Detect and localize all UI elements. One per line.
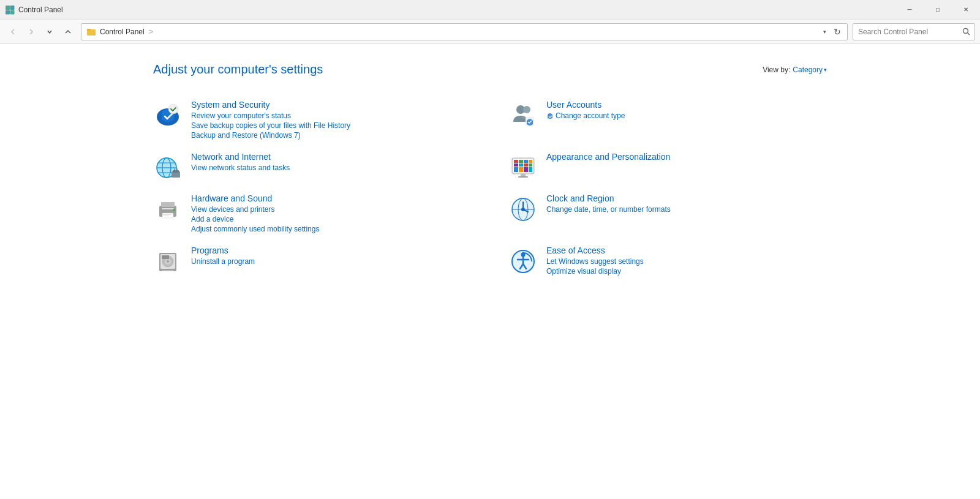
svg-rect-0 <box>6 6 10 10</box>
category-appearance: Appearance and Personalization <box>508 146 827 187</box>
svg-rect-38 <box>521 174 526 176</box>
address-path: Control Panel > <box>100 28 821 36</box>
svg-rect-35 <box>519 167 523 172</box>
svg-rect-27 <box>519 160 523 163</box>
svg-point-11 <box>523 106 530 113</box>
view-devices-link[interactable]: View devices and printers <box>191 205 472 214</box>
toolbar: Control Panel > ▾ ↻ <box>0 20 980 44</box>
hardware-icon <box>153 193 183 223</box>
minimize-button[interactable]: ─ <box>895 0 924 20</box>
maximize-button[interactable]: □ <box>924 0 952 20</box>
search-bar[interactable] <box>853 23 975 40</box>
svg-point-6 <box>963 29 968 34</box>
page-title: Adjust your computer's settings <box>153 62 323 77</box>
add-device-link[interactable]: Add a device <box>191 215 472 223</box>
view-by-dropdown[interactable]: Category ▾ <box>793 66 827 74</box>
category-network: Network and Internet View network status… <box>153 146 472 187</box>
svg-point-58 <box>167 260 169 263</box>
backup-restore-link[interactable]: Backup and Restore (Windows 7) <box>191 131 472 140</box>
svg-rect-42 <box>161 202 175 207</box>
svg-rect-37 <box>529 167 532 172</box>
close-button[interactable]: ✕ <box>952 0 980 20</box>
user-accounts-content: User Accounts Change account type <box>546 100 827 121</box>
address-bar-icon <box>86 27 96 37</box>
recent-locations-button[interactable] <box>42 24 58 40</box>
svg-rect-45 <box>163 216 169 216</box>
system-security-content: System and Security Review your computer… <box>191 100 472 140</box>
window-controls: ─ □ ✕ <box>895 0 980 20</box>
uninstall-link[interactable]: Uninstall a program <box>191 257 472 266</box>
svg-rect-36 <box>524 167 528 172</box>
svg-rect-28 <box>524 160 528 163</box>
hardware-title[interactable]: Hardware and Sound <box>191 193 472 203</box>
address-dropdown-button[interactable]: ▾ <box>821 29 829 35</box>
clock-content: Clock and Region Change date, time, or n… <box>546 193 827 214</box>
svg-rect-44 <box>163 214 172 215</box>
back-button[interactable] <box>5 24 21 40</box>
svg-line-7 <box>967 33 970 36</box>
svg-rect-30 <box>514 163 518 167</box>
category-system-security: System and Security Review your computer… <box>153 94 472 146</box>
svg-rect-3 <box>10 10 15 14</box>
forward-button[interactable] <box>23 24 39 40</box>
category-ease-of-access: Ease of Access Let Windows suggest setti… <box>508 239 827 282</box>
svg-rect-34 <box>514 167 518 172</box>
category-user-accounts: User Accounts Change account type <box>508 94 827 146</box>
category-clock: Clock and Region Change date, time, or n… <box>508 187 827 239</box>
appearance-icon <box>508 152 538 181</box>
windows-suggest-link[interactable]: Let Windows suggest settings <box>546 257 827 266</box>
network-icon <box>153 152 183 181</box>
svg-rect-33 <box>529 163 532 167</box>
programs-title[interactable]: Programs <box>191 246 472 255</box>
svg-point-46 <box>173 209 175 211</box>
ease-of-access-title[interactable]: Ease of Access <box>546 246 827 255</box>
view-by-control: View by: Category ▾ <box>763 66 827 74</box>
search-button[interactable] <box>960 26 972 38</box>
svg-rect-26 <box>514 160 518 163</box>
programs-icon <box>153 246 183 275</box>
view-by-label: View by: <box>763 66 790 74</box>
main-content: Adjust your computer's settings View by:… <box>0 44 980 282</box>
system-security-icon <box>153 100 183 129</box>
svg-rect-5 <box>87 29 91 31</box>
svg-rect-41 <box>162 208 174 209</box>
system-security-title[interactable]: System and Security <box>191 100 472 110</box>
network-title[interactable]: Network and Internet <box>191 152 472 162</box>
search-input[interactable] <box>858 28 960 36</box>
svg-rect-60 <box>162 255 169 259</box>
network-content: Network and Internet View network status… <box>191 152 472 172</box>
optimize-display-link[interactable]: Optimize visual display <box>546 267 827 276</box>
svg-rect-39 <box>518 176 528 178</box>
clock-icon <box>508 193 538 223</box>
user-accounts-title[interactable]: User Accounts <box>546 100 827 110</box>
clock-title[interactable]: Clock and Region <box>546 193 827 203</box>
ease-of-access-icon <box>508 246 538 275</box>
window-title: Control Panel <box>18 6 63 14</box>
category-hardware: Hardware and Sound View devices and prin… <box>153 187 472 239</box>
programs-content: Programs Uninstall a program <box>191 246 472 266</box>
review-status-link[interactable]: Review your computer's status <box>191 111 472 120</box>
svg-rect-21 <box>173 170 179 173</box>
category-programs: Programs Uninstall a program <box>153 239 472 282</box>
appearance-title[interactable]: Appearance and Personalization <box>546 152 827 162</box>
svg-rect-31 <box>519 163 523 167</box>
user-accounts-icon <box>508 100 538 129</box>
refresh-button[interactable]: ↻ <box>832 27 842 37</box>
view-network-link[interactable]: View network status and tasks <box>191 163 472 172</box>
svg-rect-1 <box>10 6 15 10</box>
svg-rect-29 <box>529 160 532 163</box>
title-bar: Control Panel ─ □ ✕ <box>0 0 980 20</box>
mobility-settings-link[interactable]: Adjust commonly used mobility settings <box>191 225 472 233</box>
svg-rect-32 <box>524 163 528 167</box>
up-button[interactable] <box>60 24 76 40</box>
backup-files-link[interactable]: Save backup copies of your files with Fi… <box>191 121 472 130</box>
svg-rect-2 <box>6 10 10 14</box>
change-date-link[interactable]: Change date, time, or number formats <box>546 205 827 214</box>
address-bar[interactable]: Control Panel > ▾ ↻ <box>81 23 848 40</box>
app-icon <box>5 5 15 15</box>
change-account-link[interactable]: Change account type <box>546 111 827 121</box>
appearance-content: Appearance and Personalization <box>546 152 827 163</box>
categories-grid: System and Security Review your computer… <box>153 94 827 282</box>
page-header: Adjust your computer's settings View by:… <box>153 62 827 77</box>
svg-rect-59 <box>162 270 174 271</box>
